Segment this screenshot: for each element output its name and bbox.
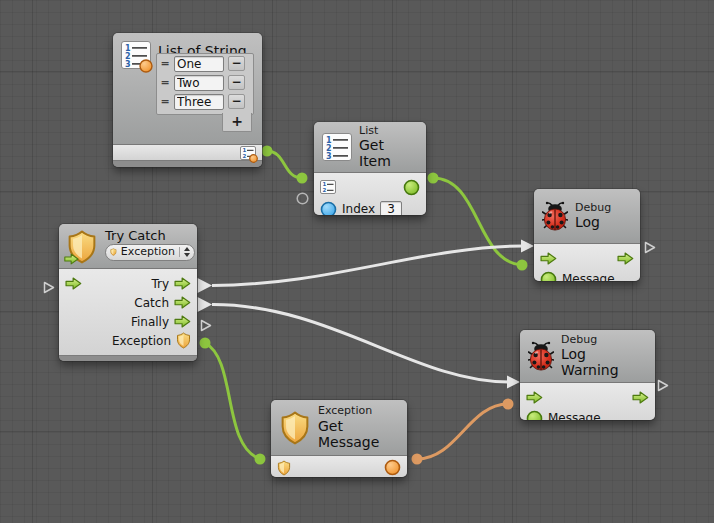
- message-input-port[interactable]: [540, 271, 557, 282]
- shield-icon: [110, 246, 117, 258]
- list-item-field[interactable]: [174, 75, 224, 91]
- flow-input-port[interactable]: [65, 277, 82, 290]
- try-label: Try: [151, 277, 169, 291]
- shield-icon: [279, 411, 311, 445]
- exception-type-dropdown[interactable]: Exception: [105, 244, 195, 261]
- wire-source-triangle: [198, 278, 213, 293]
- node-surtitle: Debug: [575, 202, 611, 215]
- catch-output-port[interactable]: [174, 296, 191, 309]
- green-arrow-badge-icon: [64, 253, 79, 265]
- list-item-field[interactable]: [174, 56, 224, 72]
- unconnected-value-indicator: [296, 190, 309, 209]
- node-header: Debug Log Warning: [520, 330, 655, 383]
- catch-label: Catch: [134, 296, 169, 310]
- message-input-port[interactable]: [526, 410, 543, 421]
- wire-endpoint-dot: [428, 173, 439, 184]
- node-get-message[interactable]: Exception Get Message: [271, 400, 407, 477]
- wire-endpoint-dot: [297, 173, 308, 184]
- node-title: Log Warning: [561, 346, 647, 378]
- exception-label: Exception: [112, 334, 171, 348]
- exception-output-port[interactable]: [176, 332, 191, 349]
- wire-list-to-getitem: [267, 151, 302, 178]
- wire-try-to-log: [212, 246, 523, 286]
- wire-exception-to-getmessage: [205, 343, 260, 459]
- list-item-row: = −: [157, 54, 253, 73]
- flow-output-port[interactable]: [617, 252, 634, 265]
- node-log[interactable]: Debug Log Message: [534, 189, 640, 281]
- node-try-catch[interactable]: Try Catch Exception Try Catch: [59, 224, 197, 361]
- node-get-item[interactable]: List Get Item Index: [314, 122, 426, 215]
- remove-item-button[interactable]: −: [228, 94, 245, 109]
- wire-arrowhead: [521, 240, 534, 253]
- drag-handle-icon[interactable]: =: [160, 76, 170, 89]
- try-output-port[interactable]: [174, 277, 191, 290]
- orange-badge-icon: [139, 59, 153, 73]
- index-input-port[interactable]: [320, 201, 337, 216]
- node-list-of-string[interactable]: List of String = − = − = − +: [113, 33, 262, 167]
- node-footer: [59, 355, 197, 361]
- list-type-icon: [121, 41, 151, 69]
- wire-arrowhead: [507, 376, 520, 389]
- node-header: Exception Get Message: [271, 400, 407, 456]
- node-log-warning[interactable]: Debug Log Warning Message: [520, 330, 655, 420]
- wire-getitem-to-log: [433, 178, 522, 265]
- list-item-row: = −: [157, 73, 253, 92]
- list-item-field[interactable]: [174, 94, 224, 110]
- wire-endpoint-dot: [255, 454, 266, 465]
- node-header: Try Catch Exception: [59, 224, 197, 269]
- graph-canvas[interactable]: 1 2 3 1 2: [0, 0, 714, 523]
- drag-handle-icon[interactable]: =: [160, 95, 170, 108]
- finally-output-port[interactable]: [174, 315, 191, 328]
- list-item-row: = −: [157, 92, 253, 111]
- wire-endpoint-dot: [262, 146, 273, 157]
- unconnected-flow-indicator: [657, 377, 669, 396]
- wire-endpoint-dot: [503, 399, 514, 410]
- wire-endpoint-dot: [517, 260, 528, 271]
- index-label: Index: [342, 202, 375, 215]
- drag-handle-icon[interactable]: =: [160, 57, 170, 70]
- message-output-port[interactable]: [384, 459, 401, 476]
- remove-item-button[interactable]: −: [228, 75, 245, 90]
- message-label: Message: [548, 411, 601, 420]
- node-title: Get Message: [318, 418, 399, 450]
- node-header: List of String = − = − = − +: [113, 33, 262, 145]
- node-surtitle: Exception: [318, 405, 399, 418]
- finally-label: Finally: [131, 315, 169, 329]
- flow-output-port[interactable]: [632, 391, 649, 404]
- wire-source-triangle: [198, 297, 213, 312]
- unconnected-flow-indicator: [644, 239, 656, 258]
- unconnected-flow-indicator: [200, 317, 212, 336]
- result-output-port[interactable]: [403, 179, 420, 196]
- node-surtitle: List: [359, 125, 418, 138]
- list-input-port[interactable]: [320, 180, 336, 194]
- wire-endpoint-dot: [200, 338, 211, 349]
- dropdown-value: Exception: [121, 246, 175, 259]
- node-footer: [113, 160, 262, 167]
- list-output-port[interactable]: [240, 146, 256, 160]
- wire-catch-to-logwarning: [212, 304, 509, 382]
- node-header: List Get Item: [314, 122, 426, 173]
- remove-item-button[interactable]: −: [228, 56, 245, 71]
- exception-input-port[interactable]: [277, 460, 291, 476]
- string-list-editor: = − = − = −: [156, 53, 254, 115]
- wire-endpoint-dot: [412, 454, 423, 465]
- list-type-icon: [322, 133, 352, 161]
- node-surtitle: Debug: [561, 334, 647, 347]
- unconnected-flow-indicator: [43, 279, 55, 298]
- ladybug-icon: [528, 341, 554, 371]
- ladybug-icon: [542, 201, 568, 231]
- index-field[interactable]: [380, 201, 402, 215]
- shield-icon: [66, 230, 98, 264]
- flow-input-port[interactable]: [540, 252, 557, 265]
- node-title: Try Catch: [105, 229, 195, 244]
- flow-input-port[interactable]: [526, 391, 543, 404]
- wire-getmessage-to-logwarning: [417, 404, 508, 459]
- add-item-button[interactable]: +: [222, 113, 252, 132]
- node-title: Get Item: [359, 137, 418, 169]
- node-header: Debug Log: [534, 189, 640, 244]
- dropdown-stepper-icon: [179, 247, 190, 257]
- node-title: Log: [575, 214, 611, 230]
- message-label: Message: [562, 272, 615, 281]
